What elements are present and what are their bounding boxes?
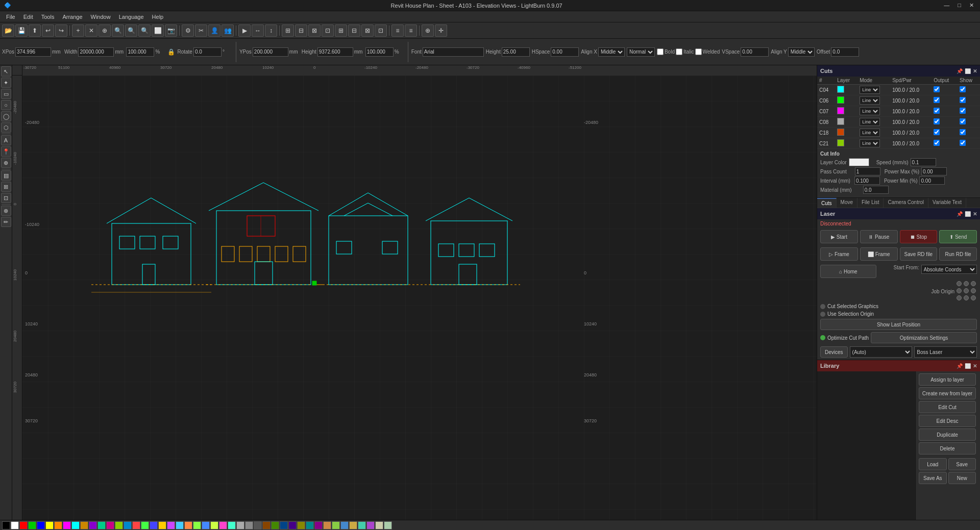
group-button[interactable]: ⊕ — [99, 24, 111, 37]
job-origin-tl[interactable] — [957, 281, 962, 286]
align-y-select[interactable]: Middle — [788, 47, 815, 57]
align-tl-button[interactable]: ⊞ — [282, 24, 294, 37]
layers-tool[interactable]: ▤ — [1, 170, 11, 181]
new-library-button[interactable]: New — [948, 472, 976, 484]
dist-v-button[interactable]: ≡ — [405, 24, 417, 37]
width-input[interactable] — [78, 47, 114, 57]
text-tool[interactable]: A — [1, 135, 11, 145]
align-bc-button[interactable]: ⊡ — [375, 24, 387, 37]
load-button[interactable]: Load — [919, 458, 947, 470]
start-from-select[interactable]: Absolute Coords — [921, 265, 977, 274]
palette-color[interactable] — [384, 521, 392, 529]
palette-color[interactable] — [288, 521, 297, 529]
palette-color[interactable] — [176, 521, 184, 529]
palette-color[interactable] — [280, 521, 288, 529]
laser-panel-header[interactable]: Laser 📌 ⬜ ✕ — [817, 208, 980, 219]
palette-color[interactable] — [54, 521, 62, 529]
tab-move[interactable]: Move — [837, 198, 857, 208]
interval-input[interactable] — [854, 176, 880, 185]
cut-output[interactable] — [932, 106, 958, 117]
palette-color[interactable] — [184, 521, 192, 529]
settings-button[interactable]: ⚙ — [182, 24, 194, 37]
job-origin-grid[interactable] — [957, 281, 977, 301]
redo-button[interactable]: ↪ — [55, 24, 67, 37]
undo-button[interactable]: ↩ — [42, 24, 54, 37]
table-row[interactable]: C18 Line 100.0 / 20.0 — [817, 128, 980, 138]
cut-output[interactable] — [932, 138, 958, 149]
cut-show[interactable] — [958, 95, 980, 106]
cut-show[interactable] — [958, 106, 980, 117]
cut-mode[interactable]: Line — [857, 95, 890, 106]
canvas-svg[interactable]: -20480 -10240 0 10240 20480 30720 -20480… — [22, 75, 817, 520]
palette-color[interactable] — [150, 521, 158, 529]
pause-button[interactable]: ⏸ Pause — [860, 230, 898, 243]
height-input[interactable] — [317, 47, 353, 57]
start-button[interactable]: ▶ Start — [820, 230, 858, 243]
menu-tools[interactable]: Tools — [37, 13, 59, 21]
create-new-from-layer-button[interactable]: Create new from layer — [919, 387, 976, 399]
library-panel-float[interactable]: ⬜ — [965, 363, 971, 369]
table-row[interactable]: C06 Line 100.0 / 20.0 — [817, 95, 980, 106]
canvas-area[interactable]: -30720 51100 40960 30720 20480 10240 0 -… — [12, 65, 817, 520]
palette-color[interactable] — [349, 521, 357, 529]
palette-color[interactable] — [271, 521, 279, 529]
palette-color[interactable] — [245, 521, 253, 529]
ellipse-tool[interactable]: ○ — [1, 100, 11, 110]
palette-color[interactable] — [219, 521, 227, 529]
auto-select[interactable]: (Auto) — [850, 346, 913, 358]
offset-input[interactable] — [831, 47, 859, 57]
boss-laser-select[interactable]: Boss Laser — [914, 346, 977, 358]
job-origin-mc[interactable] — [964, 288, 969, 293]
align-mc-button[interactable]: ⊞ — [335, 24, 347, 37]
delete-button[interactable]: ✕ — [85, 24, 97, 37]
lock-icon[interactable]: 🔒 — [167, 48, 175, 56]
dist-h-button[interactable]: ≡ — [391, 24, 404, 37]
palette-color[interactable] — [228, 521, 236, 529]
power-min-input[interactable] — [919, 176, 945, 185]
palette-color[interactable] — [132, 521, 140, 529]
frame-button-1[interactable]: ▷ Frame — [820, 247, 858, 261]
menu-arrange[interactable]: Arrange — [58, 13, 86, 21]
stop-button[interactable]: ⏹ Stop — [900, 230, 938, 243]
normal-select[interactable]: Normal — [627, 47, 655, 57]
palette-color[interactable] — [80, 521, 88, 529]
welded-checkbox[interactable] — [695, 48, 702, 55]
send-button[interactable]: ⬆ Send — [939, 230, 977, 243]
palette-color[interactable] — [115, 521, 123, 529]
optimize-cut-indicator[interactable] — [820, 335, 825, 340]
cut-mode[interactable]: Line — [857, 85, 890, 95]
palette-color[interactable] — [71, 521, 80, 529]
rotate-input[interactable] — [193, 47, 222, 57]
devices-button[interactable]: Devices — [820, 346, 848, 358]
user2-button[interactable]: 👥 — [222, 24, 234, 37]
zoom-fit-button[interactable]: 🔍 — [125, 24, 137, 37]
delete-button[interactable]: Delete — [919, 442, 976, 455]
ypos-input[interactable] — [253, 47, 288, 57]
palette-color[interactable] — [97, 521, 106, 529]
rectangle-tool[interactable]: ▭ — [1, 89, 11, 99]
palette-color[interactable] — [45, 521, 54, 529]
polygon-tool[interactable]: ⬡ — [1, 122, 11, 133]
palette-color[interactable] — [193, 521, 201, 529]
palette-color[interactable] — [254, 521, 262, 529]
home-button[interactable]: ⌂ Home — [820, 265, 876, 278]
new-button[interactable]: + — [72, 24, 84, 37]
palette-color[interactable] — [106, 521, 114, 529]
minimize-button[interactable]: — — [942, 2, 951, 9]
save-as-button[interactable]: Save As — [919, 472, 947, 484]
palette-color[interactable] — [202, 521, 210, 529]
zoom-out-button[interactable]: 🔍 — [138, 24, 151, 37]
align-tc-button[interactable]: ⊟ — [295, 24, 307, 37]
align-ml-button[interactable]: ⊡ — [322, 24, 334, 37]
cut-output[interactable] — [932, 95, 958, 106]
palette-color[interactable] — [306, 521, 314, 529]
cut-output[interactable] — [932, 117, 958, 128]
save-rd-button[interactable]: Save RD file — [900, 247, 938, 261]
cut-output[interactable] — [932, 85, 958, 95]
speed-input[interactable] — [911, 158, 936, 166]
menu-language[interactable]: Language — [115, 13, 148, 21]
pass-count-input[interactable] — [855, 167, 880, 175]
cut-mode[interactable]: Line — [857, 117, 890, 128]
upload-button[interactable]: ⬆ — [29, 24, 41, 37]
palette-color[interactable] — [297, 521, 305, 529]
